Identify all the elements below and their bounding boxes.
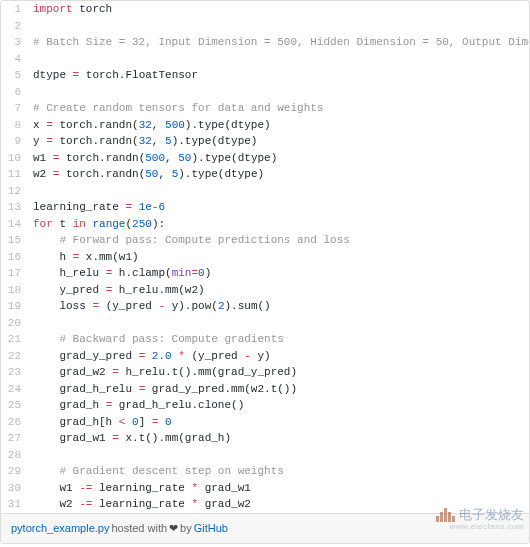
code-content[interactable]: # Backward pass: Compute gradients <box>29 331 529 348</box>
code-line: 8x = torch.randn(32, 500).type(dtype) <box>1 117 529 134</box>
code-line: 6 <box>1 84 529 101</box>
code-content[interactable] <box>29 18 529 35</box>
code-line: 4 <box>1 51 529 68</box>
code-line: 15 # Forward pass: Compute predictions a… <box>1 232 529 249</box>
line-number: 13 <box>1 199 29 216</box>
code-content[interactable]: grad_w1 = x.t().mm(grad_h) <box>29 430 529 447</box>
line-number: 16 <box>1 249 29 266</box>
line-number: 29 <box>1 463 29 480</box>
code-line: 5dtype = torch.FloatTensor <box>1 67 529 84</box>
code-content[interactable]: # Batch Size = 32, Input Dimension = 500… <box>29 34 530 51</box>
code-body: 1import torch2 3# Batch Size = 32, Input… <box>1 1 529 513</box>
code-line: 29 # Gradient descent step on weights <box>1 463 529 480</box>
line-number: 5 <box>1 67 29 84</box>
gist-footer: pytorch_example.py hosted with ❤ by GitH… <box>1 513 529 543</box>
line-number: 24 <box>1 381 29 398</box>
code-content[interactable]: learning_rate = 1e-6 <box>29 199 529 216</box>
gist-filename-link[interactable]: pytorch_example.py <box>11 522 109 534</box>
line-number: 10 <box>1 150 29 167</box>
code-line: 26 grad_h[h < 0] = 0 <box>1 414 529 431</box>
code-line: 27 grad_w1 = x.t().mm(grad_h) <box>1 430 529 447</box>
code-content[interactable]: grad_w2 = h_relu.t().mm(grad_y_pred) <box>29 364 529 381</box>
line-number: 31 <box>1 496 29 513</box>
code-line: 21 # Backward pass: Compute gradients <box>1 331 529 348</box>
code-line: 16 h = x.mm(w1) <box>1 249 529 266</box>
line-number: 4 <box>1 51 29 68</box>
line-number: 6 <box>1 84 29 101</box>
code-line: 31 w2 -= learning_rate * grad_w2 <box>1 496 529 513</box>
code-content[interactable]: h = x.mm(w1) <box>29 249 529 266</box>
code-line: 30 w1 -= learning_rate * grad_w1 <box>1 480 529 497</box>
code-content[interactable] <box>29 315 529 332</box>
line-number: 26 <box>1 414 29 431</box>
line-number: 30 <box>1 480 29 497</box>
code-content[interactable] <box>29 51 529 68</box>
code-content[interactable]: grad_y_pred = 2.0 * (y_pred - y) <box>29 348 529 365</box>
code-content[interactable]: w2 -= learning_rate * grad_w2 <box>29 496 529 513</box>
gist-container: 1import torch2 3# Batch Size = 32, Input… <box>0 0 530 544</box>
code-content[interactable]: # Forward pass: Compute predictions and … <box>29 232 529 249</box>
code-content[interactable]: w1 -= learning_rate * grad_w1 <box>29 480 529 497</box>
code-content[interactable]: y = torch.randn(32, 5).type(dtype) <box>29 133 529 150</box>
code-line: 14for t in range(250): <box>1 216 529 233</box>
line-number: 18 <box>1 282 29 299</box>
code-content[interactable]: y_pred = h_relu.mm(w2) <box>29 282 529 299</box>
code-line: 25 grad_h = grad_h_relu.clone() <box>1 397 529 414</box>
code-content[interactable]: grad_h[h < 0] = 0 <box>29 414 529 431</box>
line-number: 9 <box>1 133 29 150</box>
heart-icon: ❤ <box>169 522 178 535</box>
line-number: 15 <box>1 232 29 249</box>
code-line: 3# Batch Size = 32, Input Dimension = 50… <box>1 34 529 51</box>
code-line: 23 grad_w2 = h_relu.t().mm(grad_y_pred) <box>1 364 529 381</box>
line-number: 27 <box>1 430 29 447</box>
github-link[interactable]: GitHub <box>194 522 228 534</box>
code-content[interactable]: x = torch.randn(32, 500).type(dtype) <box>29 117 529 134</box>
code-content[interactable] <box>29 84 529 101</box>
code-content[interactable] <box>29 183 529 200</box>
code-line: 2 <box>1 18 529 35</box>
code-content[interactable]: h_relu = h.clamp(min=0) <box>29 265 529 282</box>
line-number: 25 <box>1 397 29 414</box>
code-content[interactable]: # Create random tensors for data and wei… <box>29 100 529 117</box>
code-content[interactable]: loss = (y_pred - y).pow(2).sum() <box>29 298 529 315</box>
line-number: 2 <box>1 18 29 35</box>
code-line: 24 grad_h_relu = grad_y_pred.mm(w2.t()) <box>1 381 529 398</box>
footer-by-text: by <box>180 522 192 534</box>
line-number: 3 <box>1 34 29 51</box>
code-content[interactable]: dtype = torch.FloatTensor <box>29 67 529 84</box>
line-number: 28 <box>1 447 29 464</box>
code-content[interactable] <box>29 447 529 464</box>
code-line: 11w2 = torch.randn(50, 5).type(dtype) <box>1 166 529 183</box>
footer-hosted-text: hosted with <box>111 522 167 534</box>
code-line: 13learning_rate = 1e-6 <box>1 199 529 216</box>
line-number: 20 <box>1 315 29 332</box>
line-number: 8 <box>1 117 29 134</box>
code-content[interactable]: import torch <box>29 1 529 18</box>
line-number: 7 <box>1 100 29 117</box>
code-content[interactable]: w2 = torch.randn(50, 5).type(dtype) <box>29 166 529 183</box>
code-line: 28 <box>1 447 529 464</box>
code-line: 20 <box>1 315 529 332</box>
line-number: 14 <box>1 216 29 233</box>
code-line: 7# Create random tensors for data and we… <box>1 100 529 117</box>
code-content[interactable]: w1 = torch.randn(500, 50).type(dtype) <box>29 150 529 167</box>
code-line: 9y = torch.randn(32, 5).type(dtype) <box>1 133 529 150</box>
line-number: 19 <box>1 298 29 315</box>
line-number: 1 <box>1 1 29 18</box>
line-number: 17 <box>1 265 29 282</box>
code-line: 12 <box>1 183 529 200</box>
line-number: 12 <box>1 183 29 200</box>
code-content[interactable]: # Gradient descent step on weights <box>29 463 529 480</box>
code-content[interactable]: for t in range(250): <box>29 216 529 233</box>
code-line: 22 grad_y_pred = 2.0 * (y_pred - y) <box>1 348 529 365</box>
code-line: 17 h_relu = h.clamp(min=0) <box>1 265 529 282</box>
code-line: 19 loss = (y_pred - y).pow(2).sum() <box>1 298 529 315</box>
code-line: 1import torch <box>1 1 529 18</box>
line-number: 23 <box>1 364 29 381</box>
line-number: 22 <box>1 348 29 365</box>
code-content[interactable]: grad_h_relu = grad_y_pred.mm(w2.t()) <box>29 381 529 398</box>
line-number: 21 <box>1 331 29 348</box>
code-line: 10w1 = torch.randn(500, 50).type(dtype) <box>1 150 529 167</box>
code-content[interactable]: grad_h = grad_h_relu.clone() <box>29 397 529 414</box>
code-line: 18 y_pred = h_relu.mm(w2) <box>1 282 529 299</box>
